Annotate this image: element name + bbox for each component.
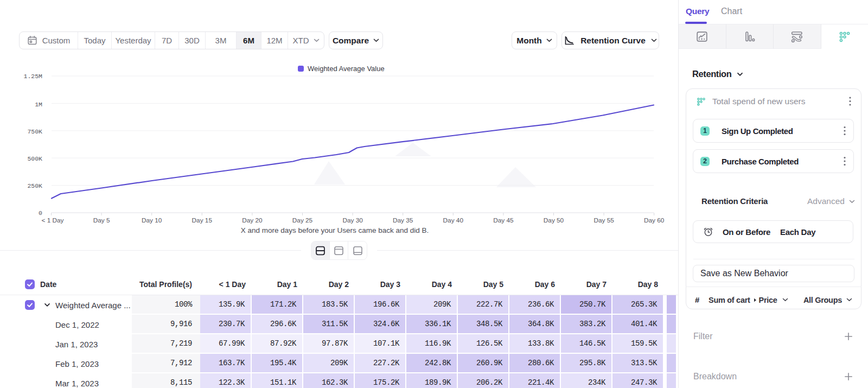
svg-text:Day 45: Day 45 xyxy=(493,217,514,224)
svg-text:Day 30: Day 30 xyxy=(342,217,363,224)
svg-text:Day 60: Day 60 xyxy=(644,217,665,224)
svg-text:X and more days before your Us: X and more days before your Users came b… xyxy=(241,226,429,234)
svg-text:Day 50: Day 50 xyxy=(544,217,564,224)
svg-text:0: 0 xyxy=(39,209,42,217)
svg-text:Day 55: Day 55 xyxy=(593,217,614,224)
svg-text:250K: 250K xyxy=(27,182,42,189)
svg-text:1.25M: 1.25M xyxy=(23,73,42,80)
svg-text:Day 40: Day 40 xyxy=(443,217,464,224)
svg-text:Day 20: Day 20 xyxy=(242,217,263,224)
svg-text:Day 5: Day 5 xyxy=(93,217,110,224)
svg-text:< 1 Day: < 1 Day xyxy=(42,217,64,224)
svg-text:Day 35: Day 35 xyxy=(393,217,413,224)
svg-text:Day 15: Day 15 xyxy=(192,217,213,224)
svg-text:1M: 1M xyxy=(35,101,42,108)
svg-text:Day 25: Day 25 xyxy=(292,217,313,224)
svg-text:500K: 500K xyxy=(27,155,42,162)
svg-text:750K: 750K xyxy=(27,128,42,135)
svg-text:Day 10: Day 10 xyxy=(142,217,162,224)
